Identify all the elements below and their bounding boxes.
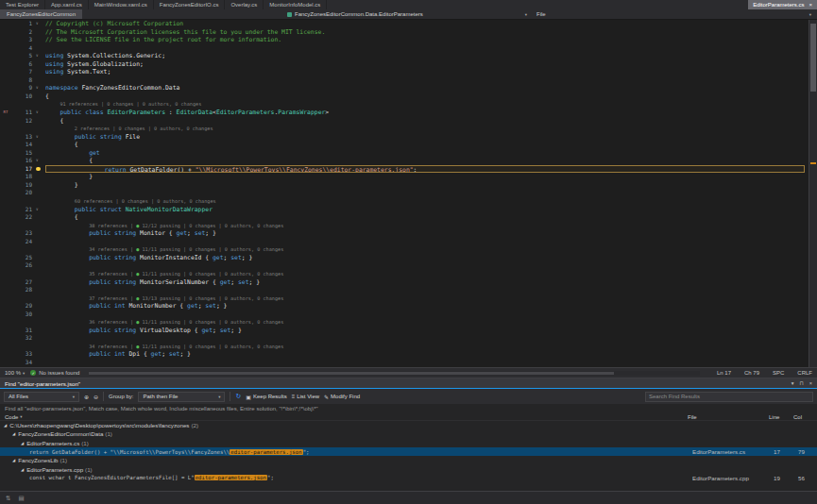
output-icon[interactable]: ▤ xyxy=(18,495,24,502)
tab-fancyzoneseditorio-cs[interactable]: FancyZonesEditorIO.cs xyxy=(154,0,226,9)
find-panel-title-bar[interactable]: Find "editor-parameters.json" ▾ ⊓ × xyxy=(0,378,817,389)
expand-all-icon[interactable]: ⊕ xyxy=(84,394,89,400)
codelens-row[interactable]: 91 references | 0 changes | 0 authors, 0… xyxy=(0,100,808,109)
code-line-2[interactable]: 2// The Microsoft Corporation licenses t… xyxy=(0,28,808,37)
member-dropdown[interactable]: File ▾ xyxy=(531,9,817,19)
vertical-scrollbar[interactable] xyxy=(808,20,817,367)
code-line-14[interactable]: 14{ xyxy=(0,141,808,149)
column-line[interactable]: Line xyxy=(769,414,793,420)
find-results-search[interactable] xyxy=(645,392,813,402)
fold-chevron-icon[interactable]: ∨ xyxy=(36,84,45,92)
document-health-indicator[interactable]: ✓ No issues found xyxy=(30,370,79,376)
code-line-30[interactable]: 30 xyxy=(0,311,808,319)
tab-editorparameters[interactable]: EditorParameters.cs × xyxy=(748,0,817,9)
code-line-33[interactable]: 33public int Dpi { get; set; } xyxy=(0,350,808,359)
scope-dropdown[interactable]: All Files ▾ xyxy=(4,392,79,402)
modify-find-button[interactable]: ✎ Modify Find xyxy=(324,394,360,400)
vertical-scrollbar-thumb[interactable] xyxy=(810,24,816,92)
code-line-25[interactable]: 25public string MonitorInstanceId { get;… xyxy=(0,254,808,262)
expander-icon[interactable]: ◢ xyxy=(12,458,15,462)
close-icon[interactable]: × xyxy=(809,380,812,386)
column-file[interactable]: File xyxy=(688,414,769,420)
code-line-16[interactable]: 16∨{ xyxy=(0,157,808,165)
find-result-row[interactable]: const wchar_t FancyZonesEditorParameters… xyxy=(0,474,817,482)
code-line-28[interactable]: 28 xyxy=(0,286,808,294)
code-line-11[interactable]: RT11∨public class EditorParameters : Edi… xyxy=(0,109,808,117)
code-line-9[interactable]: 9∨namespace FancyZonesEditorCommon.Data xyxy=(0,84,808,92)
expander-icon[interactable]: ◢ xyxy=(21,467,24,472)
code-line-10[interactable]: 10{ xyxy=(0,92,808,101)
codelens-row[interactable]: 2 references | 0 changes | 0 authors, 0 … xyxy=(0,125,808,133)
search-input[interactable] xyxy=(649,394,809,399)
lightbulb-icon[interactable] xyxy=(36,167,41,172)
column-code[interactable]: Code xyxy=(5,414,18,420)
fold-chevron-icon[interactable]: ∨ xyxy=(36,206,45,214)
fold-chevron-icon[interactable]: ∨ xyxy=(36,52,45,60)
code-line-4[interactable]: 4 xyxy=(0,44,808,53)
group-by-dropdown[interactable]: Path then File ▾ xyxy=(138,392,225,402)
code-line-6[interactable]: 6using System.Globalization; xyxy=(0,60,808,69)
tab-mainwindow-xaml-cs[interactable]: MainWindow.xaml.cs xyxy=(89,0,154,9)
code-line-12[interactable]: 12{ xyxy=(0,117,808,126)
repeat-search-icon[interactable]: ↻ xyxy=(235,393,241,400)
code-line-29[interactable]: 29public int MonitorNumber { get; set; } xyxy=(0,302,808,311)
fold-chevron-icon[interactable]: ∨ xyxy=(36,20,45,28)
code-line-21[interactable]: 21∨public struct NativeMonitorDataWrappe… xyxy=(0,206,808,214)
type-dropdown[interactable]: FancyZonesEditorCommon.Data.EditorParame… xyxy=(283,9,531,19)
code-line-8[interactable]: 8 xyxy=(0,76,808,85)
code-line-26[interactable]: 26 xyxy=(0,261,808,270)
code-line-19[interactable]: 19} xyxy=(0,181,808,190)
code-line-17[interactable]: 17return GetDataFolder() + "\\Microsoft\… xyxy=(0,165,808,174)
tab-overlay-cs[interactable]: Overlay.cs xyxy=(225,0,264,9)
list-view-button[interactable]: ≡ List View xyxy=(292,394,319,399)
tab-app-xaml-cs[interactable]: App.xaml.cs xyxy=(45,0,89,9)
code-editor[interactable]: 1∨// Copyright (c) Microsoft Corporation… xyxy=(0,20,817,367)
codelens-row[interactable]: 35 references | ● 11/11 passing | 0 chan… xyxy=(0,270,808,278)
code-line-31[interactable]: 31public string VirtualDesktop { get; se… xyxy=(0,327,808,335)
code-line-24[interactable]: 24 xyxy=(0,238,808,246)
tab-test-explorer[interactable]: Test Explorer xyxy=(0,0,45,9)
code-line-5[interactable]: 5∨using System.Collections.Generic; xyxy=(0,52,808,60)
code-line-20[interactable]: 20 xyxy=(0,189,808,197)
fold-chevron-icon[interactable]: ∨ xyxy=(36,109,45,117)
fold-chevron-icon[interactable]: ∨ xyxy=(36,133,45,142)
collapse-all-icon[interactable]: ⊖ xyxy=(94,394,98,400)
code-area[interactable]: 1∨// Copyright (c) Microsoft Corporation… xyxy=(0,20,808,367)
code-line-13[interactable]: 13∨public string File xyxy=(0,133,808,142)
codelens-row[interactable]: 60 references | 0 changes | 0 authors, 0… xyxy=(0,197,808,206)
zoom-control[interactable]: 100 % ▾ xyxy=(5,370,25,376)
code-line-3[interactable]: 3// See the LICENSE file in the project … xyxy=(0,36,808,44)
find-group-row[interactable]: ◢FancyZonesEditorCommon\Data(1) xyxy=(0,429,817,438)
space-indicator[interactable]: SPC xyxy=(773,370,784,376)
code-line-15[interactable]: 15get xyxy=(0,149,808,158)
fold-chevron-icon[interactable]: ∨ xyxy=(36,157,45,165)
eol-indicator[interactable]: CRLF xyxy=(797,370,812,376)
find-group-row[interactable]: ◢FancyZonesLib(1) xyxy=(0,456,817,464)
codelens-row[interactable]: 38 references | ● 12/12 passing | 0 chan… xyxy=(0,222,808,230)
find-group-row[interactable]: ◢C:\Users\zhaopengwang\Desktop\powertoys… xyxy=(0,421,817,429)
code-line-27[interactable]: 27public string MonitorSerialNumber { ge… xyxy=(0,278,808,287)
background-tasks-icon[interactable]: ⇅ xyxy=(6,495,10,502)
code-line-23[interactable]: 23public string Monitor { get; set; } xyxy=(0,229,808,238)
keep-results-button[interactable]: ▣ Keep Results xyxy=(246,394,286,400)
codelens-row[interactable]: 36 references | ● 11/11 passing | 0 chan… xyxy=(0,318,808,327)
code-line-18[interactable]: 18} xyxy=(0,173,808,181)
close-icon[interactable]: × xyxy=(808,2,812,8)
expander-icon[interactable]: ◢ xyxy=(4,423,7,428)
tab-monitorinfomodel-cs[interactable]: MonitorInfoModel.cs xyxy=(264,0,327,9)
codelens-row[interactable]: 37 references | ● 13/13 passing | 0 chan… xyxy=(0,294,808,303)
codelens-row[interactable]: 34 references | ● 11/11 passing | 0 chan… xyxy=(0,343,808,351)
code-line-34[interactable]: 34 xyxy=(0,359,808,367)
column-col[interactable]: Col xyxy=(793,414,812,420)
codelens-row[interactable]: 34 references | ● 11/11 passing | 0 chan… xyxy=(0,245,808,254)
code-line-1[interactable]: 1∨// Copyright (c) Microsoft Corporation xyxy=(0,20,808,28)
pin-icon[interactable]: ⊓ xyxy=(799,380,803,386)
code-line-22[interactable]: 22{ xyxy=(0,213,808,222)
project-dropdown[interactable]: FancyZonesEditorCommon xyxy=(0,9,283,19)
expander-icon[interactable]: ◢ xyxy=(12,431,15,436)
horizontal-scrollbar[interactable] xyxy=(89,371,700,376)
find-group-row[interactable]: ◢EditorParameters.cpp(1) xyxy=(0,464,817,473)
horizontal-scrollbar-thumb[interactable] xyxy=(89,372,614,375)
window-position-icon[interactable]: ▾ xyxy=(791,380,794,386)
code-line-7[interactable]: 7using System.Text; xyxy=(0,68,808,76)
